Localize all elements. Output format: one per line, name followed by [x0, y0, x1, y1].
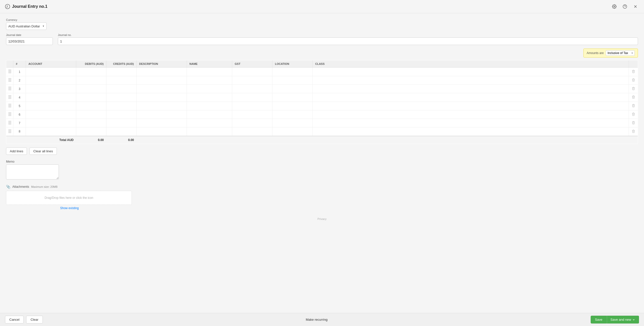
add-lines-button[interactable]: Add lines — [6, 148, 27, 155]
amounts-select[interactable]: Inclusive of Tax Exclusive of Tax No Tax — [606, 50, 635, 56]
row-location[interactable] — [272, 85, 313, 93]
row-debits[interactable] — [76, 102, 106, 110]
row-account[interactable] — [26, 102, 76, 110]
row-account[interactable] — [26, 68, 76, 76]
row-account[interactable] — [26, 93, 76, 102]
row-credits[interactable] — [106, 110, 137, 119]
row-class[interactable] — [313, 102, 629, 110]
row-location[interactable] — [272, 76, 313, 85]
memo-input[interactable] — [6, 164, 59, 179]
save-and-new-button[interactable]: Save and new — [607, 316, 639, 323]
row-gst[interactable] — [232, 76, 272, 85]
delete-row-button[interactable] — [631, 111, 636, 118]
row-gst[interactable] — [232, 102, 272, 110]
row-location[interactable] — [272, 110, 313, 119]
row-description[interactable] — [137, 68, 187, 76]
row-name[interactable] — [187, 119, 232, 127]
row-credits[interactable] — [106, 119, 137, 127]
row-location[interactable] — [272, 93, 313, 102]
drag-handle[interactable] — [6, 127, 13, 136]
row-delete[interactable] — [629, 110, 638, 119]
row-name[interactable] — [187, 110, 232, 119]
row-gst[interactable] — [232, 127, 272, 136]
row-account[interactable] — [26, 110, 76, 119]
row-delete[interactable] — [629, 76, 638, 85]
row-gst[interactable] — [232, 93, 272, 102]
row-class[interactable] — [313, 119, 629, 127]
row-debits[interactable] — [76, 127, 106, 136]
row-delete[interactable] — [629, 68, 638, 76]
row-location[interactable] — [272, 119, 313, 127]
close-button[interactable] — [632, 3, 639, 10]
row-name[interactable] — [187, 102, 232, 110]
row-description[interactable] — [137, 76, 187, 85]
drag-handle[interactable] — [6, 110, 13, 119]
row-delete[interactable] — [629, 93, 638, 102]
row-name[interactable] — [187, 68, 232, 76]
drag-handle[interactable] — [6, 119, 13, 127]
row-name[interactable] — [187, 76, 232, 85]
row-description[interactable] — [137, 93, 187, 102]
settings-button[interactable] — [611, 3, 618, 10]
row-debits[interactable] — [76, 85, 106, 93]
row-account[interactable] — [26, 119, 76, 127]
row-description[interactable] — [137, 110, 187, 119]
delete-row-button[interactable] — [631, 128, 636, 135]
row-description[interactable] — [137, 127, 187, 136]
row-delete[interactable] — [629, 127, 638, 136]
row-location[interactable] — [272, 102, 313, 110]
row-debits[interactable] — [76, 119, 106, 127]
drag-handle[interactable] — [6, 93, 13, 102]
row-gst[interactable] — [232, 119, 272, 127]
row-credits[interactable] — [106, 127, 137, 136]
row-credits[interactable] — [106, 85, 137, 93]
row-account[interactable] — [26, 85, 76, 93]
journal-date-input[interactable] — [6, 37, 53, 45]
currency-select[interactable]: AUD Australian Dollar USD US Dollar EUR … — [6, 22, 47, 30]
row-delete[interactable] — [629, 85, 638, 93]
row-gst[interactable] — [232, 68, 272, 76]
row-description[interactable] — [137, 85, 187, 93]
cancel-button[interactable]: Cancel — [5, 316, 24, 323]
row-class[interactable] — [313, 68, 629, 76]
delete-row-button[interactable] — [631, 103, 636, 109]
row-class[interactable] — [313, 127, 629, 136]
row-debits[interactable] — [76, 76, 106, 85]
save-button[interactable]: Save — [591, 316, 607, 323]
drag-handle[interactable] — [6, 102, 13, 110]
delete-row-button[interactable] — [631, 94, 636, 101]
row-location[interactable] — [272, 68, 313, 76]
row-account[interactable] — [26, 76, 76, 85]
row-description[interactable] — [137, 119, 187, 127]
row-location[interactable] — [272, 127, 313, 136]
drag-handle[interactable] — [6, 85, 13, 93]
row-name[interactable] — [187, 85, 232, 93]
row-class[interactable] — [313, 93, 629, 102]
row-credits[interactable] — [106, 76, 137, 85]
row-gst[interactable] — [232, 110, 272, 119]
row-delete[interactable] — [629, 102, 638, 110]
row-name[interactable] — [187, 127, 232, 136]
delete-row-button[interactable] — [631, 77, 636, 83]
row-class[interactable] — [313, 110, 629, 119]
row-name[interactable] — [187, 93, 232, 102]
make-recurring-link[interactable]: Make recurring — [306, 318, 328, 321]
row-credits[interactable] — [106, 93, 137, 102]
row-gst[interactable] — [232, 85, 272, 93]
journal-no-input[interactable] — [58, 37, 638, 45]
clear-all-lines-button[interactable]: Clear all lines — [29, 148, 57, 155]
row-class[interactable] — [313, 76, 629, 85]
delete-row-button[interactable] — [631, 86, 636, 92]
drop-zone[interactable]: Drag/Drop files here or click the icon — [6, 191, 132, 205]
row-debits[interactable] — [76, 93, 106, 102]
drag-handle[interactable] — [6, 76, 13, 85]
clear-button[interactable]: Clear — [26, 316, 43, 323]
row-credits[interactable] — [106, 68, 137, 76]
row-delete[interactable] — [629, 119, 638, 127]
row-account[interactable] — [26, 127, 76, 136]
drag-handle[interactable] — [6, 68, 13, 76]
row-description[interactable] — [137, 102, 187, 110]
row-debits[interactable] — [76, 68, 106, 76]
row-class[interactable] — [313, 85, 629, 93]
row-credits[interactable] — [106, 102, 137, 110]
